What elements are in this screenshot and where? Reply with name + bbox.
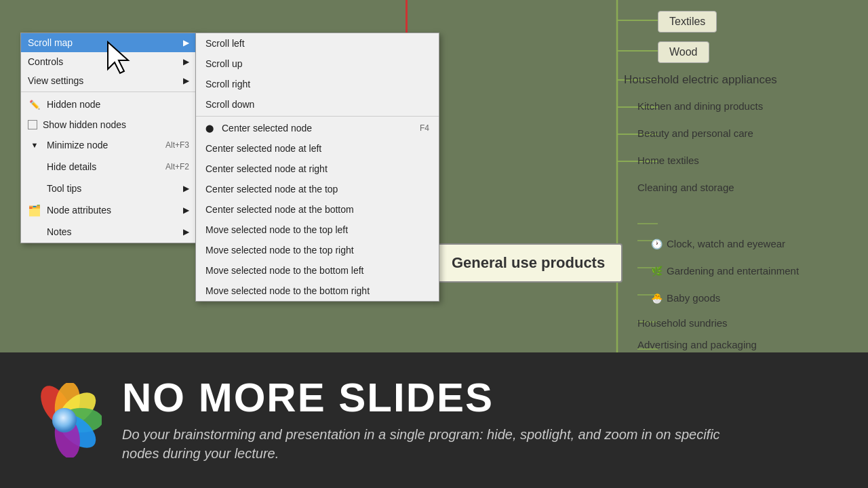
checkbox-icon bbox=[28, 120, 37, 129]
menu-item-minimize-node[interactable]: ▼ Minimize node Alt+F3 bbox=[21, 134, 196, 156]
menu-item-scroll-up[interactable]: Scroll up bbox=[196, 54, 439, 74]
menu-item-scroll-left[interactable]: Scroll left bbox=[196, 33, 439, 54]
show-hidden-label: Show hidden nodes bbox=[43, 119, 126, 130]
minimize-node-label: Minimize node bbox=[47, 140, 108, 150]
scroll-down-label: Scroll down bbox=[205, 99, 254, 110]
menu-item-move-bottom-left[interactable]: Move selected node to the bottom left bbox=[196, 260, 439, 281]
center-node-label: Center selected node bbox=[222, 123, 312, 134]
menu-divider-1 bbox=[21, 92, 196, 92]
move-bottom-left-label: Move selected node to the bottom left bbox=[205, 265, 363, 276]
menu-item-view-settings[interactable]: View settings ▶ bbox=[21, 71, 196, 90]
banner-text: NO MORE SLIDES Do your brainstorming and… bbox=[122, 378, 732, 463]
hide-details-shortcut: Alt+F2 bbox=[165, 162, 189, 171]
hide-details-icon bbox=[28, 160, 41, 174]
svg-point-21 bbox=[52, 408, 77, 432]
notes-icon bbox=[28, 225, 41, 239]
view-settings-arrow: ▶ bbox=[183, 76, 189, 85]
menu-item-hidden-node[interactable]: ✏️ Hidden node bbox=[21, 94, 196, 115]
move-top-right-label: Move selected node to the top right bbox=[205, 245, 354, 256]
tool-tips-arrow: ▶ bbox=[183, 184, 189, 193]
menu-item-scroll-map[interactable]: Scroll map ▶ bbox=[21, 33, 196, 52]
center-right-label: Center selected node at right bbox=[205, 163, 328, 174]
menu-item-notes[interactable]: Notes ▶ bbox=[21, 221, 196, 243]
triangle-icon: ▼ bbox=[28, 138, 41, 152]
menu-item-scroll-down[interactable]: Scroll down bbox=[196, 94, 439, 115]
menu-item-center-left[interactable]: Center selected node at left bbox=[196, 138, 439, 159]
banner-headline: NO MORE SLIDES bbox=[122, 378, 732, 418]
secondary-context-menu: Scroll left Scroll up Scroll right Scrol… bbox=[195, 33, 439, 302]
move-bottom-right-label: Move selected node to the bottom right bbox=[205, 285, 370, 296]
node-attributes-arrow: ▶ bbox=[183, 205, 189, 215]
center-top-label: Center selected node at the top bbox=[205, 184, 338, 195]
center-left-label: Center selected node at left bbox=[205, 143, 321, 154]
center-node-dot: ⬤ bbox=[205, 124, 214, 133]
scroll-up-label: Scroll up bbox=[205, 58, 242, 69]
gardening-node[interactable]: Gardening and entertainment bbox=[667, 263, 799, 279]
menu-item-move-bottom-right[interactable]: Move selected node to the bottom right bbox=[196, 281, 439, 301]
general-use-node[interactable]: General use products bbox=[434, 243, 623, 283]
menu-item-controls[interactable]: Controls ▶ bbox=[21, 52, 196, 71]
hidden-node-label: Hidden node bbox=[47, 99, 100, 110]
menu-item-hide-details[interactable]: Hide details Alt+F2 bbox=[21, 156, 196, 178]
baby-goods-node[interactable]: Baby goods bbox=[667, 290, 720, 306]
menu-item-move-top-right[interactable]: Move selected node to the top right bbox=[196, 240, 439, 260]
menu-item-center-bottom[interactable]: Center selected node at the bottom bbox=[196, 199, 439, 220]
center-bottom-label: Center selected node at the bottom bbox=[205, 204, 354, 215]
scroll-right-label: Scroll right bbox=[205, 79, 250, 89]
tree-container: Textiles Wood Household electric applian… bbox=[427, 0, 868, 352]
grid-icon: 🗂️ bbox=[28, 203, 41, 217]
tool-tips-icon bbox=[28, 182, 41, 195]
clock-watch-node[interactable]: Clock, watch and eyewear bbox=[667, 236, 785, 251]
notes-label: Notes bbox=[47, 226, 72, 237]
menu-item-center-right[interactable]: Center selected node at right bbox=[196, 159, 439, 179]
primary-context-menu: Scroll map ▶ Controls ▶ View settings ▶ … bbox=[20, 33, 197, 243]
kitchen-dining-node[interactable]: Kitchen and dining products bbox=[637, 98, 763, 114]
scroll-map-label: Scroll map bbox=[28, 37, 73, 48]
tool-tips-label: Tool tips bbox=[47, 183, 81, 194]
cleaning-storage-node[interactable]: Cleaning and storage bbox=[637, 180, 734, 195]
minimize-shortcut: Alt+F3 bbox=[165, 140, 189, 150]
home-textiles-node[interactable]: Home textiles bbox=[637, 152, 699, 168]
hide-details-label: Hide details bbox=[47, 161, 96, 172]
beauty-care-node[interactable]: Beauty and personal care bbox=[637, 125, 753, 141]
banner-subtitle: Do your brainstorming and presentation i… bbox=[122, 425, 732, 463]
menu-item-center-node[interactable]: ⬤ Center selected node F4 bbox=[196, 118, 439, 138]
node-attributes-label: Node attributes bbox=[47, 205, 111, 216]
app-logo bbox=[27, 383, 102, 458]
textiles-node[interactable]: Textiles bbox=[658, 11, 717, 33]
wood-node[interactable]: Wood bbox=[658, 41, 709, 63]
menu-item-tool-tips[interactable]: Tool tips ▶ bbox=[21, 178, 196, 199]
scroll-map-arrow: ▶ bbox=[183, 38, 189, 47]
menu-item-move-top-left[interactable]: Move selected node to the top left bbox=[196, 220, 439, 240]
submenu-divider-1 bbox=[196, 116, 439, 117]
pencil-icon: ✏️ bbox=[28, 98, 41, 111]
scroll-left-label: Scroll left bbox=[205, 38, 245, 49]
controls-arrow: ▶ bbox=[183, 57, 189, 66]
menu-item-scroll-right[interactable]: Scroll right bbox=[196, 74, 439, 94]
advertising-node[interactable]: Advertising and packaging bbox=[637, 337, 757, 352]
move-top-left-label: Move selected node to the top left bbox=[205, 224, 348, 235]
view-settings-label: View settings bbox=[28, 75, 83, 86]
center-node-shortcut: F4 bbox=[420, 123, 429, 133]
menu-item-center-top[interactable]: Center selected node at the top bbox=[196, 179, 439, 199]
menu-item-node-attributes[interactable]: 🗂️ Node attributes ▶ bbox=[21, 199, 196, 221]
household-electric-node[interactable]: Household electric appliances bbox=[624, 71, 777, 88]
notes-arrow: ▶ bbox=[183, 227, 189, 237]
menu-item-show-hidden[interactable]: Show hidden nodes bbox=[21, 115, 196, 134]
household-sundries-node[interactable]: Household sundries bbox=[637, 315, 728, 331]
bottom-banner: NO MORE SLIDES Do your brainstorming and… bbox=[0, 352, 868, 488]
controls-label: Controls bbox=[28, 56, 63, 67]
